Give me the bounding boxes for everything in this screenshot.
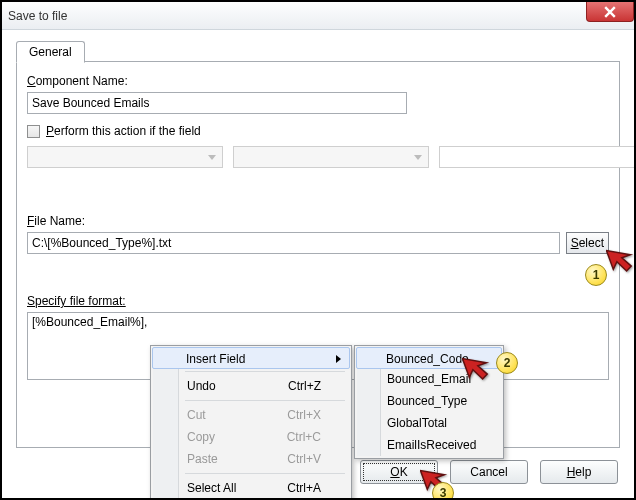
condition-value-input (439, 146, 635, 168)
menu-undo-shortcut: Ctrl+Z (288, 375, 321, 397)
close-icon (604, 6, 616, 18)
specify-format-label: Specify file format: (27, 294, 609, 308)
select-file-button[interactable]: Select (566, 232, 609, 254)
submenu-globaltotal[interactable]: GlobalTotal (357, 412, 501, 434)
perform-action-label: Perform this action if the field (46, 124, 201, 138)
tab-strip: General (16, 40, 620, 62)
menu-select-all-shortcut: Ctrl+A (287, 477, 321, 499)
context-menu[interactable]: Insert Field Undo Ctrl+Z Cut Ctrl+X Copy… (150, 345, 352, 500)
submenu-bounced-email[interactable]: Bounced_Email (357, 368, 501, 390)
condition-field-combo (27, 146, 223, 168)
condition-operator-combo (233, 146, 429, 168)
menu-insert-field-label: Insert Field (186, 348, 245, 368)
title-bar: Save to file (2, 2, 634, 30)
menu-paste-label: Paste (187, 448, 218, 470)
submenu-bounced-code[interactable]: Bounced_Code (356, 347, 502, 369)
submenu-arrow-icon (336, 355, 341, 363)
menu-insert-field[interactable]: Insert Field (152, 347, 350, 369)
insert-field-submenu[interactable]: Bounced_Code Bounced_Email Bounced_Type … (354, 345, 504, 459)
menu-separator (185, 473, 345, 474)
menu-cut: Cut Ctrl+X (153, 404, 349, 426)
menu-cut-shortcut: Ctrl+X (287, 404, 321, 426)
close-button[interactable] (586, 2, 634, 22)
window-title: Save to file (8, 9, 67, 23)
ok-button[interactable]: OK (360, 460, 438, 484)
perform-action-checkbox[interactable] (27, 125, 40, 138)
menu-select-all-label: Select All (187, 477, 236, 499)
menu-separator (185, 371, 345, 372)
dialog-button-bar: OK document.getElementById('ok-rest').te… (360, 460, 618, 484)
menu-separator (185, 400, 345, 401)
help-button[interactable]: Help (540, 460, 618, 484)
submenu-emailisreceived[interactable]: EmailIsReceived (357, 434, 501, 456)
menu-paste-shortcut: Ctrl+V (287, 448, 321, 470)
menu-paste: Paste Ctrl+V (153, 448, 349, 470)
menu-copy-label: Copy (187, 426, 215, 448)
cancel-button[interactable]: Cancel (450, 460, 528, 484)
menu-copy-shortcut: Ctrl+C (287, 426, 321, 448)
menu-undo[interactable]: Undo Ctrl+Z (153, 375, 349, 397)
file-name-input[interactable] (27, 232, 560, 254)
menu-cut-label: Cut (187, 404, 206, 426)
file-name-label: File Name: (27, 214, 609, 228)
menu-undo-label: Undo (187, 375, 216, 397)
submenu-bounced-type[interactable]: Bounced_Type (357, 390, 501, 412)
menu-select-all[interactable]: Select All Ctrl+A (153, 477, 349, 499)
tab-general[interactable]: General (16, 41, 85, 63)
component-name-input[interactable] (27, 92, 407, 114)
menu-copy: Copy Ctrl+C (153, 426, 349, 448)
component-name-label: Component Name: (27, 74, 609, 88)
